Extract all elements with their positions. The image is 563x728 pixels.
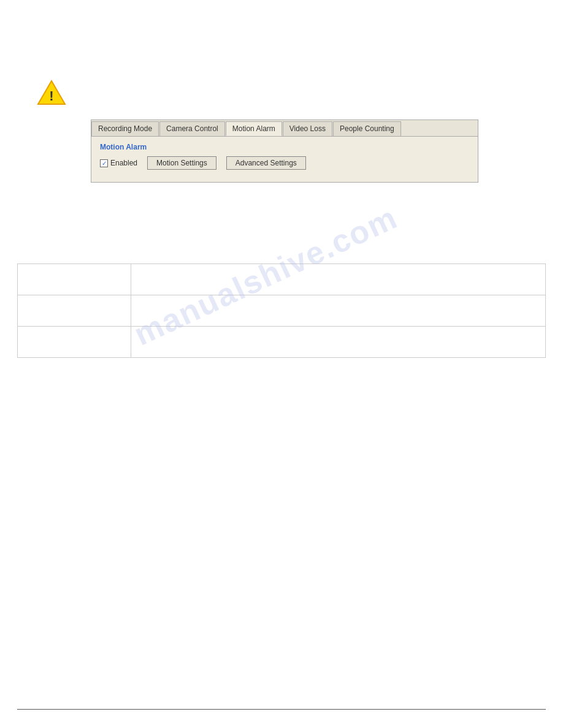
enabled-label[interactable]: ✓ Enabled [100,159,137,167]
table-cell-left [18,295,131,326]
panel-content: Motion Alarm ✓ Enabled Motion Settings A… [91,137,478,182]
section-title: Motion Alarm [100,143,469,151]
main-panel: Recording Mode Camera Control Motion Ala… [91,119,478,183]
enabled-text: Enabled [110,159,137,167]
tab-bar: Recording Mode Camera Control Motion Ala… [91,120,478,137]
table-cell-right [131,295,545,326]
tab-recording-mode[interactable]: Recording Mode [91,121,159,136]
warning-icon: ! [37,80,66,105]
table-cell-right [131,327,545,357]
table-row [18,295,545,327]
table-row [18,264,545,295]
svg-text:!: ! [49,88,53,104]
table-row [18,327,545,357]
table-cell-left [18,327,131,357]
tab-people-counting[interactable]: People Counting [333,121,401,136]
enabled-row: ✓ Enabled Motion Settings Advanced Setti… [100,156,469,170]
bottom-line [17,709,546,710]
table-cell-left [18,264,131,295]
table-cell-right [131,264,545,295]
tab-video-loss[interactable]: Video Loss [283,121,332,136]
tab-motion-alarm[interactable]: Motion Alarm [226,121,282,136]
table-area [17,264,546,358]
enabled-checkbox[interactable]: ✓ [100,159,108,167]
motion-settings-button[interactable]: Motion Settings [147,156,216,170]
tab-camera-control[interactable]: Camera Control [159,121,225,136]
advanced-settings-button[interactable]: Advanced Settings [226,156,306,170]
warning-area: ! [37,80,66,107]
